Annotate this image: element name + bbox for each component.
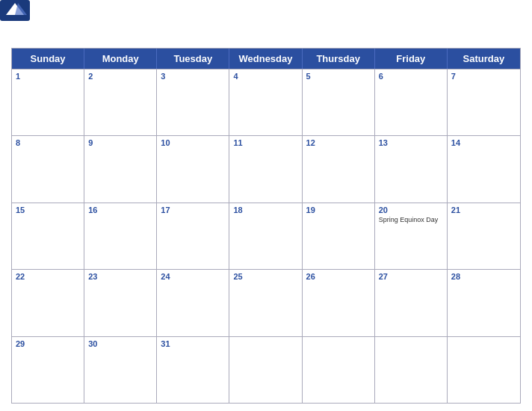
day-cell-empty (303, 337, 375, 403)
day-header-monday: Monday (84, 49, 157, 69)
day-number: 26 (306, 272, 371, 281)
day-header-friday: Friday (375, 49, 448, 69)
week-row-3: 22232425262728 (12, 269, 520, 336)
day-number: 24 (161, 272, 225, 281)
header (11, 7, 521, 45)
day-cell-15: 15 (12, 203, 84, 269)
day-number: 30 (88, 339, 152, 348)
day-cell-22: 22 (12, 270, 84, 336)
day-cell-empty (375, 337, 448, 403)
week-row-4: 293031 (12, 336, 520, 403)
day-number: 18 (233, 206, 297, 214)
day-number: 7 (451, 72, 516, 81)
week-row-1: 891011121314 (12, 135, 520, 202)
logo (0, 0, 30, 21)
day-cell-29: 29 (12, 337, 84, 403)
day-number: 6 (379, 72, 443, 81)
day-cell-24: 24 (157, 270, 229, 336)
day-cell-7: 7 (448, 69, 520, 135)
day-cell-30: 30 (84, 337, 157, 403)
day-number: 11 (233, 138, 297, 147)
day-cell-1: 1 (12, 69, 84, 135)
day-cell-6: 6 (375, 69, 448, 135)
day-number: 27 (379, 272, 443, 281)
day-number: 16 (88, 206, 152, 214)
day-cell-23: 23 (84, 270, 157, 336)
event-label: Spring Equinox Day (379, 216, 443, 225)
day-cell-5: 5 (303, 69, 375, 135)
day-cell-19: 19 (303, 203, 375, 269)
day-cell-12: 12 (303, 136, 375, 202)
day-number: 1 (16, 72, 80, 81)
day-cell-20: 20Spring Equinox Day (375, 203, 448, 269)
day-headers-row: SundayMondayTuesdayWednesdayThursdayFrid… (12, 49, 520, 69)
day-cell-11: 11 (229, 136, 302, 202)
day-number: 29 (16, 339, 80, 348)
day-cell-16: 16 (84, 203, 157, 269)
weeks-container: 1234567891011121314151617181920Spring Eq… (12, 69, 520, 403)
day-cell-4: 4 (229, 69, 302, 135)
day-number: 20 (379, 206, 443, 214)
day-number: 15 (16, 206, 80, 214)
calendar-grid: SundayMondayTuesdayWednesdayThursdayFrid… (11, 48, 521, 404)
day-number: 12 (306, 138, 371, 147)
day-cell-2: 2 (84, 69, 157, 135)
day-number: 28 (451, 272, 516, 281)
day-header-sunday: Sunday (12, 49, 84, 69)
day-number: 10 (161, 138, 225, 147)
day-number: 13 (379, 138, 443, 147)
calendar-container: SundayMondayTuesdayWednesdayThursdayFrid… (0, 0, 532, 411)
day-cell-13: 13 (375, 136, 448, 202)
day-cell-9: 9 (84, 136, 157, 202)
day-number: 19 (306, 206, 371, 214)
day-cell-empty (448, 337, 520, 403)
day-cell-25: 25 (229, 270, 302, 336)
day-number: 17 (161, 206, 225, 214)
day-cell-28: 28 (448, 270, 520, 336)
week-row-2: 151617181920Spring Equinox Day21 (12, 203, 520, 269)
day-number: 22 (16, 272, 80, 281)
day-number: 3 (161, 72, 225, 81)
day-header-tuesday: Tuesday (157, 49, 229, 69)
day-number: 31 (161, 339, 225, 348)
day-number: 9 (88, 138, 152, 147)
day-cell-18: 18 (229, 203, 302, 269)
day-number: 4 (233, 72, 297, 81)
day-cell-3: 3 (157, 69, 229, 135)
day-number: 23 (88, 272, 152, 281)
week-row-0: 1234567 (12, 69, 520, 135)
day-number: 25 (233, 272, 297, 281)
day-cell-17: 17 (157, 203, 229, 269)
day-number: 14 (451, 138, 516, 147)
day-number: 5 (306, 72, 371, 81)
day-number: 21 (451, 206, 516, 214)
day-header-saturday: Saturday (448, 49, 520, 69)
day-cell-31: 31 (157, 337, 229, 403)
day-cell-empty (229, 337, 302, 403)
day-number: 2 (88, 72, 152, 81)
day-cell-14: 14 (448, 136, 520, 202)
day-cell-10: 10 (157, 136, 229, 202)
day-header-wednesday: Wednesday (229, 49, 302, 69)
day-cell-21: 21 (448, 203, 520, 269)
day-cell-8: 8 (12, 136, 84, 202)
day-number: 8 (16, 138, 80, 147)
day-cell-27: 27 (375, 270, 448, 336)
day-cell-26: 26 (303, 270, 375, 336)
day-header-thursday: Thursday (303, 49, 375, 69)
